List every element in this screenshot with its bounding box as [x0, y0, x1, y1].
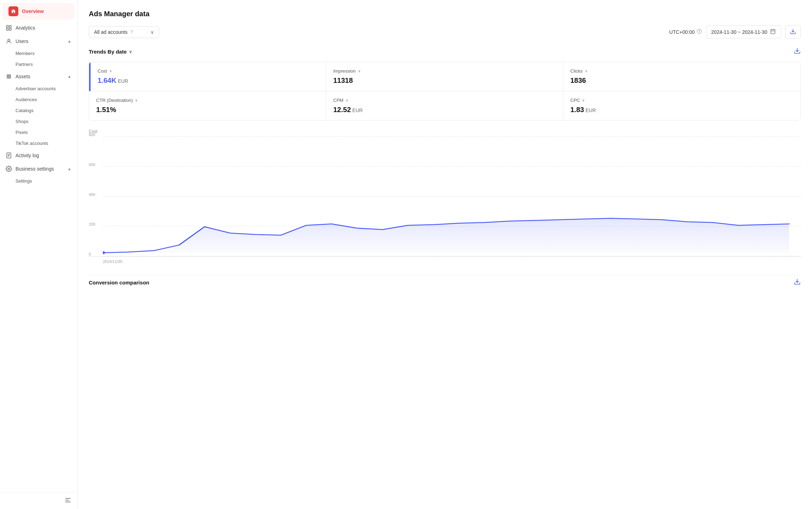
analytics-label: Analytics [16, 25, 35, 31]
svg-rect-1 [10, 25, 11, 27]
grid-icon [6, 73, 12, 80]
sidebar-item-activity-log[interactable]: Activity log [0, 149, 77, 162]
metric-name-impression: Impression [333, 68, 356, 74]
sidebar-item-assets[interactable]: Assets ▲ [0, 70, 77, 83]
metric-cell-ctr: CTR (Destination) ∨1.51% [89, 91, 326, 120]
metric-name-cpc: CPC [570, 98, 580, 103]
metric-label-impression[interactable]: Impression ∨ [333, 68, 556, 74]
metric-cell-clicks: Clicks ∨1836 [563, 62, 800, 91]
metric-value-cpm: 12.52EUR [333, 106, 556, 114]
metric-label-cost[interactable]: Cost ∨ [98, 68, 319, 74]
assets-chevron: ▲ [67, 74, 72, 79]
svg-point-8 [9, 77, 11, 79]
users-chevron: ▲ [67, 39, 72, 44]
svg-rect-0 [6, 25, 8, 27]
nav-section-main: Analytics Users ▲ Members Partners Asset… [0, 20, 77, 188]
sidebar-item-tiktok-accounts[interactable]: TikTok accounts [16, 138, 77, 149]
users-label: Users [16, 38, 29, 44]
account-selector[interactable]: All ad accounts ? ∨ [89, 26, 159, 38]
metric-chevron-impression: ∨ [358, 69, 361, 73]
sidebar-item-audiences[interactable]: Audiences [16, 94, 77, 105]
business-settings-label: Business settings [16, 166, 54, 172]
chart-x-labels: 2024/11/30 [89, 259, 801, 264]
trends-title-text: Trends By date [89, 49, 127, 55]
sidebar: Overview Analytics Users ▲ Members Partn… [0, 0, 78, 509]
sidebar-item-partners[interactable]: Partners [16, 59, 77, 70]
metric-chevron-cost: ∨ [109, 69, 112, 73]
metric-cell-impression: Impression ∨11318 [326, 62, 563, 91]
sidebar-item-settings[interactable]: Settings [16, 176, 77, 186]
metric-label-cpc[interactable]: CPC ∨ [570, 98, 793, 103]
svg-point-4 [8, 39, 10, 41]
date-range-picker[interactable]: 2024-11-30 ~ 2024-11-30 [706, 25, 781, 38]
timezone-value: UTC+00:00 [669, 29, 695, 35]
metric-cell-cost: Cost ∨1.64KEUR [89, 62, 326, 91]
sidebar-item-catalogs[interactable]: Catalogs [16, 105, 77, 116]
timezone-display: UTC+00:00 [669, 29, 702, 35]
metric-label-ctr[interactable]: CTR (Destination) ∨ [96, 98, 319, 103]
sidebar-item-shops[interactable]: Shops [16, 116, 77, 127]
metric-value-cpc: 1.83EUR [570, 106, 793, 114]
metric-cell-cpm: CPM ∨12.52EUR [326, 91, 563, 120]
metric-name-clicks: Clicks [570, 68, 583, 74]
metric-label-clicks[interactable]: Clicks ∨ [570, 68, 793, 74]
users-sub-nav: Members Partners [0, 48, 77, 70]
assets-label: Assets [16, 74, 30, 79]
sidebar-item-business-settings[interactable]: Business settings ▲ [0, 162, 77, 176]
trends-chevron: ∨ [129, 49, 132, 54]
metric-unit-cpm: EUR [352, 108, 363, 113]
metric-value-clicks: 1836 [570, 76, 793, 85]
svg-rect-2 [6, 29, 8, 30]
sidebar-item-analytics[interactable]: Analytics [0, 21, 77, 35]
metric-name-ctr: CTR (Destination) [96, 98, 133, 103]
metric-label-cpm[interactable]: CPM ∨ [333, 98, 556, 103]
svg-point-13 [8, 168, 10, 170]
metric-name-cpm: CPM [333, 98, 343, 103]
cost-chart: Cost 800 600 400 200 0 2024/11/30 [89, 129, 801, 264]
svg-point-5 [7, 75, 9, 76]
metric-unit-cpc: EUR [585, 108, 596, 113]
metric-unit-cost: EUR [118, 78, 128, 84]
metric-chevron-cpm: ∨ [346, 98, 348, 103]
svg-rect-3 [10, 29, 11, 30]
date-range-value: 2024-11-30 ~ 2024-11-30 [711, 29, 767, 35]
trends-download-button[interactable] [794, 47, 801, 56]
business-settings-sub-nav: Settings [0, 176, 77, 186]
chart-line-svg [103, 137, 801, 256]
metric-value-cost: 1.64KEUR [98, 76, 319, 85]
conversion-download-button[interactable] [794, 278, 801, 287]
metrics-grid: Cost ∨1.64KEURImpression ∨11318Clicks ∨1… [89, 62, 801, 121]
metric-chevron-cpc: ∨ [582, 98, 585, 103]
metric-value-impression: 11318 [333, 76, 556, 85]
metric-value-ctr: 1.51% [96, 106, 319, 114]
conversion-section: Conversion comparison [89, 275, 801, 287]
gear-icon [6, 166, 12, 172]
export-button[interactable] [785, 25, 801, 39]
calendar-icon [770, 29, 776, 35]
x-label-date: 2024/11/30 [103, 259, 122, 264]
chart-area: 800 600 400 200 0 [89, 137, 801, 257]
collapse-sidebar-button[interactable] [64, 497, 72, 505]
sidebar-item-overview[interactable]: Overview [3, 3, 74, 20]
document-icon [6, 152, 12, 159]
trends-title[interactable]: Trends By date ∨ [89, 49, 132, 55]
svg-point-6 [9, 75, 11, 76]
page-title: Ads Manager data [89, 10, 801, 18]
svg-rect-18 [771, 30, 775, 34]
activity-log-label: Activity log [16, 153, 39, 158]
sidebar-item-pixels[interactable]: Pixels [16, 127, 77, 138]
sidebar-item-members[interactable]: Members [16, 48, 77, 59]
svg-point-7 [7, 77, 9, 79]
sidebar-item-advertiser-accounts[interactable]: Advertiser accounts [16, 83, 77, 94]
overview-label: Overview [22, 8, 44, 14]
metric-cell-cpc: CPC ∨1.83EUR [563, 91, 800, 120]
conversion-title: Conversion comparison [89, 280, 149, 286]
metric-name-cost: Cost [98, 68, 107, 74]
timezone-icon [697, 29, 702, 35]
person-icon [6, 38, 12, 44]
main-content: Ads Manager data All ad accounts ? ∨ UTC… [78, 0, 812, 509]
home-icon [8, 6, 18, 16]
sidebar-item-users[interactable]: Users ▲ [0, 35, 77, 48]
metric-chevron-clicks: ∨ [585, 69, 588, 73]
chart-y-label: Cost [89, 129, 801, 134]
